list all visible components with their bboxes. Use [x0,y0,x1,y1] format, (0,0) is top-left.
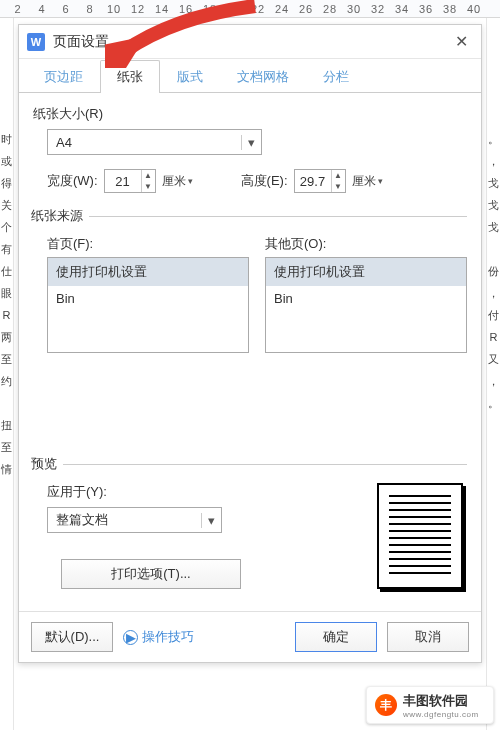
chevron-down-icon: ▾ [241,135,261,150]
ruler-tick: 30 [342,3,366,15]
close-icon: ✕ [455,32,468,51]
preview-legend: 预览 [31,455,63,473]
close-button[interactable]: ✕ [449,30,473,54]
ruler-tick: 12 [126,3,150,15]
tab-2[interactable]: 版式 [160,60,220,93]
paper-source-fieldset: 纸张来源 首页(F): 使用打印机设置Bin 其他页(O): 使用打印机设置Bi… [33,207,467,445]
app-icon: W [27,33,45,51]
paper-source-legend: 纸张来源 [31,207,89,225]
ruler-tick: 20 [222,3,246,15]
document-left-strip: 时 或 得 关 个 有 仕 眼 R 两 至 约 扭 至 情 [0,18,14,730]
chevron-down-icon: ▾ [188,176,193,186]
ruler-tick: 22 [246,3,270,15]
paper-size-combo[interactable]: A4 ▾ [47,129,262,155]
apply-to-label: 应用于(Y): [47,483,347,501]
height-value: 29.7 [295,174,331,189]
watermark: 丰 丰图软件园 www.dgfengtu.com [366,686,494,724]
apply-to-combo[interactable]: 整篇文档 ▾ [47,507,222,533]
ruler-tick: 16 [174,3,198,15]
page-setup-dialog: W 页面设置 ✕ 页边距纸张版式文档网格分栏 纸张大小(R) A4 ▾ 宽度(W… [18,24,482,663]
paper-size-label: 纸张大小(R) [33,105,467,123]
other-page-listbox[interactable]: 使用打印机设置Bin [265,257,467,353]
first-page-listbox[interactable]: 使用打印机设置Bin [47,257,249,353]
paper-size-value: A4 [48,135,241,150]
width-label: 宽度(W): [47,172,98,190]
ruler-tick: 18 [198,3,222,15]
listbox-option[interactable]: Bin [266,286,466,311]
width-value: 21 [105,174,141,189]
watermark-url: www.dgfengtu.com [403,710,479,719]
ruler-tick: 38 [438,3,462,15]
apply-to-value: 整篇文档 [48,511,201,529]
dialog-titlebar: W 页面设置 ✕ [19,25,481,59]
spinner-arrows[interactable]: ▲▼ [331,170,345,192]
width-unit[interactable]: 厘米▾ [162,173,193,190]
ruler-tick: 8 [78,3,102,15]
ruler-tick: 32 [366,3,390,15]
ruler-tick: 6 [54,3,78,15]
tab-3[interactable]: 文档网格 [220,60,306,93]
tab-1[interactable]: 纸张 [100,60,160,93]
ruler-tick: 40 [462,3,486,15]
dialog-tabs: 页边距纸张版式文档网格分栏 [19,59,481,93]
tab-4[interactable]: 分栏 [306,60,366,93]
ruler-tick: 24 [270,3,294,15]
ruler-tick: 26 [294,3,318,15]
watermark-name: 丰图软件园 [403,692,479,710]
ok-button[interactable]: 确定 [295,622,377,652]
ruler-tick: 34 [390,3,414,15]
dialog-footer: 默认(D)... ▶ 操作技巧 确定 取消 [19,611,481,662]
height-spinner[interactable]: 29.7 ▲▼ [294,169,346,193]
tab-0[interactable]: 页边距 [27,60,100,93]
play-icon: ▶ [123,630,138,645]
watermark-logo-icon: 丰 [375,694,397,716]
preview-fieldset: 预览 应用于(Y): 整篇文档 ▾ 打印选项(T)... [33,455,467,601]
tips-link[interactable]: ▶ 操作技巧 [123,628,194,646]
print-options-button[interactable]: 打印选项(T)... [61,559,241,589]
listbox-option[interactable]: 使用打印机设置 [48,258,248,286]
other-page-label: 其他页(O): [265,235,467,253]
spinner-arrows[interactable]: ▲▼ [141,170,155,192]
cancel-button[interactable]: 取消 [387,622,469,652]
ruler-tick: 4 [30,3,54,15]
ruler-tick: 36 [414,3,438,15]
height-label: 高度(E): [241,172,288,190]
chevron-down-icon: ▾ [201,513,221,528]
ruler-tick: 2 [6,3,30,15]
first-page-label: 首页(F): [47,235,249,253]
ruler-tick: 28 [318,3,342,15]
preview-page-icon [377,483,463,589]
ruler-tick: 14 [150,3,174,15]
height-unit[interactable]: 厘米▾ [352,173,383,190]
listbox-option[interactable]: 使用打印机设置 [266,258,466,286]
horizontal-ruler: 246810121416182022242628303234363840 [0,0,500,18]
chevron-down-icon: ▾ [378,176,383,186]
ruler-tick: 10 [102,3,126,15]
defaults-button[interactable]: 默认(D)... [31,622,113,652]
document-right-strip: 。 ， 戈 戈 戈 份 ， 付 R 又 ， 。 [486,18,500,730]
dialog-title: 页面设置 [53,33,449,51]
width-spinner[interactable]: 21 ▲▼ [104,169,156,193]
listbox-option[interactable]: Bin [48,286,248,311]
